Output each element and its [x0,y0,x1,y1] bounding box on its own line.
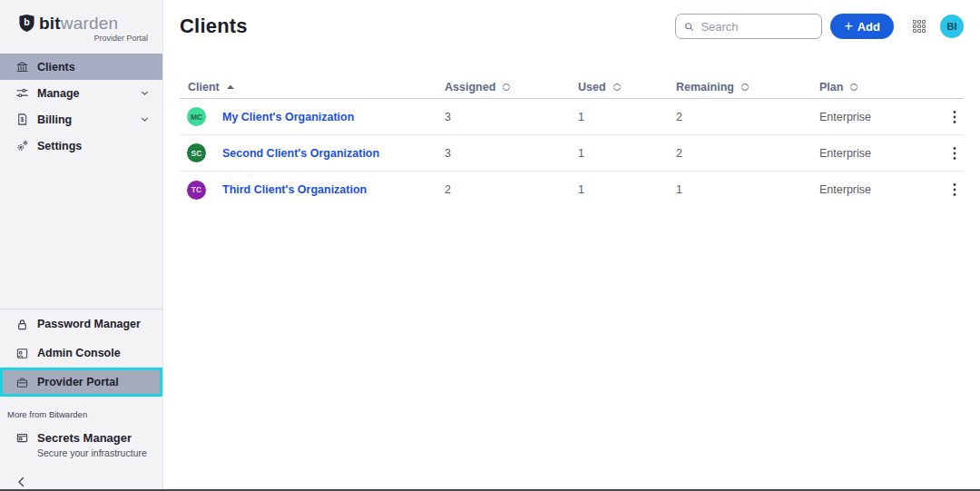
collapse-sidebar-icon[interactable] [15,475,29,489]
sort-icon [612,82,622,93]
chevron-down-icon [139,113,151,125]
svg-text:$: $ [21,116,24,123]
admin-console-icon [15,347,29,360]
org-avatar: SC [187,143,206,162]
sidebar-spacer [0,159,162,309]
column-header-assigned[interactable]: Assigned [445,81,578,93]
sidebar-item-secrets-manager[interactable]: Secrets Manager Secure your infrastructu… [0,431,162,458]
sidebar-item-label: Provider Portal [37,376,119,388]
search-box[interactable] [675,14,822,39]
more-from-bitwarden-label: More from Bitwarden [7,409,162,419]
brand-logo: b bitwarden Provider Portal [0,0,162,54]
plan-cell: Enterprise [819,183,946,196]
sidebar-item-settings[interactable]: Settings [0,133,162,159]
account-avatar[interactable]: BI [940,15,964,38]
sidebar-item-billing[interactable]: $ Billing [0,106,162,133]
main-content: Clients + Add BI Client [163,0,980,489]
topbar: Clients + Add BI [180,13,964,40]
gear-icon [15,139,29,152]
brand-light: warden [61,14,119,33]
column-label: Remaining [676,81,734,93]
sidebar: b bitwarden Provider Portal Clients [0,0,163,489]
sidebar-item-clients[interactable]: Clients [0,54,162,80]
sidebar-item-label: Password Manager [37,318,141,330]
sidebar-item-manage[interactable]: Manage [0,80,162,106]
org-avatar: TC [187,181,206,200]
org-avatar: MC [187,107,206,126]
add-button-label: Add [858,20,880,34]
sidebar-item-label: Admin Console [37,347,121,359]
sidebar-item-password-manager[interactable]: Password Manager [0,309,162,339]
sidebar-item-label: Settings [37,140,82,152]
plan-cell: Enterprise [819,147,946,160]
clients-table: Client Assigned Used Remaining Plan [180,76,964,208]
remaining-cell: 2 [676,111,819,123]
lock-icon [15,318,29,331]
sidebar-item-label: Billing [37,113,72,126]
row-options-icon[interactable] [946,143,963,163]
used-cell: 1 [578,111,676,123]
column-header-remaining[interactable]: Remaining [676,81,819,93]
column-label: Plan [819,81,843,93]
brand-subtitle: Provider Portal [18,34,150,43]
used-cell: 1 [578,183,676,196]
table-row: SC Second Client's Organization 3 1 2 En… [180,135,964,172]
window-icon [15,431,29,445]
sort-icon [740,82,750,93]
sort-icon [848,82,859,93]
add-button[interactable]: + Add [830,14,894,39]
table-header-row: Client Assigned Used Remaining Plan [180,76,964,99]
search-icon [683,21,695,33]
page-title: Clients [180,15,248,38]
assigned-cell: 3 [445,147,578,160]
column-label: Client [188,81,220,93]
plan-cell: Enterprise [819,111,946,123]
app-switcher-icon[interactable] [913,20,926,33]
svg-text:b: b [24,16,30,27]
sidebar-item-label: Secrets Manager [37,431,132,445]
bitwarden-shield-icon: b [18,14,35,33]
sliders-icon [15,86,29,100]
secrets-manager-subtitle: Secure your infrastructure [37,447,162,458]
search-input[interactable] [701,20,814,34]
sort-asc-icon [225,82,236,93]
sort-icon [501,82,512,93]
org-name-link[interactable]: Third Client's Organization [222,183,367,196]
column-label: Assigned [445,81,495,93]
column-header-client[interactable]: Client [180,81,445,93]
brand-wordmark: bitwarden [39,14,118,33]
sidebar-item-label: Manage [37,87,80,100]
sidebar-item-admin-console[interactable]: Admin Console [0,339,162,368]
assigned-cell: 2 [445,183,578,196]
used-cell: 1 [578,147,676,160]
table-row: MC My Client's Organization 3 1 2 Enterp… [180,99,964,135]
table-row: TC Third Client's Organization 2 1 1 Ent… [180,172,964,208]
org-name-link[interactable]: Second Client's Organization [222,147,379,160]
brand-bold: bit [39,14,61,33]
plus-icon: + [844,19,852,34]
bank-icon [15,60,29,74]
column-header-used[interactable]: Used [578,81,676,93]
org-name-link[interactable]: My Client's Organization [222,111,354,123]
assigned-cell: 3 [445,111,578,123]
column-label: Used [578,81,606,93]
remaining-cell: 2 [676,147,819,160]
provider-portal-app: b bitwarden Provider Portal Clients [0,0,980,491]
row-options-icon[interactable] [946,180,963,200]
remaining-cell: 1 [676,183,819,196]
briefcase-icon [15,376,29,389]
invoice-icon: $ [15,113,29,126]
chevron-down-icon [139,87,151,99]
sidebar-item-provider-portal[interactable]: Provider Portal [0,368,162,397]
column-header-plan[interactable]: Plan [819,81,946,93]
row-options-icon[interactable] [946,107,963,127]
sidebar-item-label: Clients [37,61,75,74]
